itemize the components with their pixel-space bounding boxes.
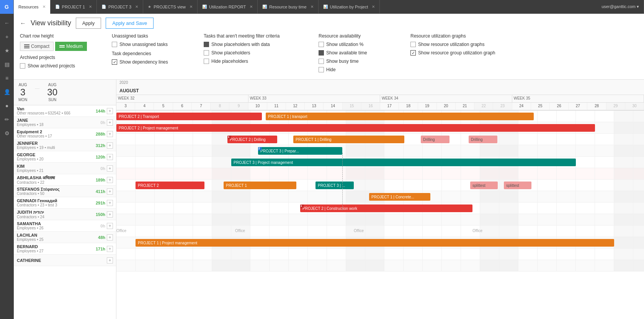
tab-close-project3[interactable]: ✕ [135,5,138,9]
tab-resource-busy[interactable]: 📊 Resource busy time ✕ [258,0,318,14]
sidebar-item-dot[interactable]: ● [1,100,13,112]
day-header-cell: 4 [135,103,154,110]
tab-user[interactable]: user@ganttic.com ▾ [597,0,644,14]
checkbox-archived-box[interactable] [20,63,25,69]
gantt-bar[interactable]: PROJECT 2 [136,182,204,189]
week-header-cell: WEEK 32 [116,95,248,102]
gantt-bar[interactable]: PROJECT 2 | Project management [116,124,595,132]
sidebar-item-chart[interactable]: ▤ [1,58,13,70]
medium-button[interactable]: Medium [55,42,87,51]
sidebar-item-star[interactable]: ★ [1,44,13,57]
checkbox-hide[interactable]: Hide [319,67,403,72]
tab-projects-view[interactable]: ★ PROJECTS view ✕ [143,0,198,14]
resource-add-button[interactable]: + [107,165,113,172]
tab-close-busy[interactable]: ✕ [311,5,314,9]
sidebar-item-settings[interactable]: ⚙ [1,127,13,139]
gantt-bar[interactable]: PROJECT 1 | Concrete... [369,193,430,201]
checkbox-show-util-graphs[interactable]: Show resource utilization graphs [410,42,518,47]
sidebar-item-menu[interactable]: ≡ [1,72,13,84]
tab-project3[interactable]: 📄 PROJECT 3 ✕ [97,0,143,14]
day-header-cell: 8 [211,103,229,110]
gantt-bar[interactable]: PROJECT 2 | Construction work1 [300,204,472,212]
tab-close-project1[interactable]: ✕ [89,5,92,9]
resource-row: CATHERINE+ [14,255,116,266]
gantt-bar[interactable]: Drilling [421,136,449,143]
checkbox-hide-placeholders[interactable]: Hide placeholders [204,59,311,64]
checkbox-dependency-box[interactable]: ✓ [112,59,117,65]
tab-resources[interactable]: Resources ✕ [14,0,51,14]
sidebar-item-add[interactable]: + [1,31,13,43]
sidebar-item-user[interactable]: 👤 [1,86,13,98]
day-header-cell: 26 [550,103,569,110]
tab-close-utilization[interactable]: ✕ [250,5,253,9]
sidebar-item-back[interactable]: ← [1,17,13,29]
resource-add-button[interactable]: + [107,188,113,195]
gantt-bar[interactable]: splittest [470,182,498,189]
gantt-bar[interactable]: Drilling [469,136,497,143]
bar-badge: 1 [227,136,231,139]
checkbox-show-utilization[interactable]: Show utilization % [319,42,403,47]
gantt-year: 2020 [116,80,644,87]
resource-sub: Employees • 25 [17,237,90,242]
tab-utilization-report[interactable]: 📊 Utilization REPORT ✕ [198,0,258,14]
checkbox-hide-placeholders-box[interactable] [204,59,209,64]
checkbox-show-archived[interactable]: Show archived projects [20,63,104,69]
resource-name: Equipment 2 [17,129,90,134]
back-button[interactable]: ← [20,20,26,27]
checkbox-utilization-box[interactable] [319,42,324,47]
checkbox-show-available[interactable]: Show available time [319,50,403,56]
checkbox-placeholders-data-box[interactable] [204,42,209,47]
resource-add-button[interactable]: + [107,257,113,263]
app-logo[interactable]: G [0,0,14,14]
gantt-bar[interactable]: PROJECT 3 | Project management [231,159,576,166]
tab-utilization-project[interactable]: 📊 Utilization by Project ✕ [319,0,380,14]
resource-hours: 0h [90,166,105,171]
checkbox-util-graphs-box[interactable] [410,42,416,47]
checkbox-show-busy[interactable]: Show busy time [319,59,403,64]
resource-add-button[interactable]: + [107,234,113,240]
resource-add-button[interactable]: + [107,119,113,126]
tab-icon-utilization: 📊 [202,5,207,9]
gantt-bar[interactable]: splittest [504,182,531,189]
checkbox-unassigned-box[interactable] [112,42,117,47]
gantt-bar[interactable]: PROJECT 3 | ... [315,182,354,189]
gantt-bar[interactable]: PROJECT 1 | Project management [136,239,614,247]
apply-button[interactable]: Apply [76,18,101,29]
compact-button[interactable]: Compact [20,42,54,51]
checkbox-placeholders-box[interactable] [204,50,209,56]
gantt-bar[interactable]: PROJECT 3 | Prepar...2 [258,147,342,155]
resource-add-button[interactable]: + [107,177,113,183]
gantt-body: OfficeOfficeOfficeOfficePROJECT 2 | Tran… [116,111,644,272]
resource-add-button[interactable]: + [107,154,113,160]
gantt-bar[interactable]: PROJECT 2 | Drilling1 [227,136,277,143]
checkbox-show-group-util[interactable]: ✓ Show resource group utilization graph [410,50,518,56]
resource-add-button[interactable]: + [107,246,113,252]
checkbox-group-util-box[interactable]: ✓ [410,50,416,56]
checkbox-hide-box[interactable] [319,67,324,72]
apply-save-button[interactable]: Apply and Save [106,18,154,29]
tab-close-util-proj[interactable]: ✕ [372,5,375,9]
checkbox-placeholders[interactable]: Show placeholders [204,50,311,56]
checkbox-placeholders-data[interactable]: Show placeholders with data [204,42,311,47]
gantt-bar[interactable]: PROJECT 1 [224,182,296,189]
resource-add-button[interactable]: + [107,211,113,218]
resource-add-button[interactable]: + [107,200,113,206]
resource-add-button[interactable]: + [107,142,113,149]
sidebar-item-edit[interactable]: ✏ [1,113,13,126]
gantt-bar[interactable]: PROJECT 1 | Drilling [293,136,404,143]
section-title-archived: Archived projects [20,55,104,60]
checkbox-show-unassigned[interactable]: Show unassigned tasks [112,42,196,47]
gantt-bar[interactable]: PROJECT 1 | transport [266,113,534,120]
checkbox-available-box[interactable] [319,50,324,56]
resource-add-button[interactable]: + [107,223,113,229]
tab-project1[interactable]: 📄 PROJECT 1 ✕ [51,0,97,14]
gantt-bar[interactable]: PROJECT 2 | Transport [116,113,262,120]
resource-hours: 411h [90,189,105,194]
end-month: AUG [47,83,57,87]
checkbox-show-dependency[interactable]: ✓ Show dependency lines [112,59,196,65]
tab-close-resources[interactable]: ✕ [42,5,46,9]
resource-add-button[interactable]: + [107,131,113,137]
checkbox-busy-box[interactable] [319,59,324,64]
resource-add-button[interactable]: + [107,108,113,114]
tab-close-projects-view[interactable]: ✕ [190,5,193,9]
